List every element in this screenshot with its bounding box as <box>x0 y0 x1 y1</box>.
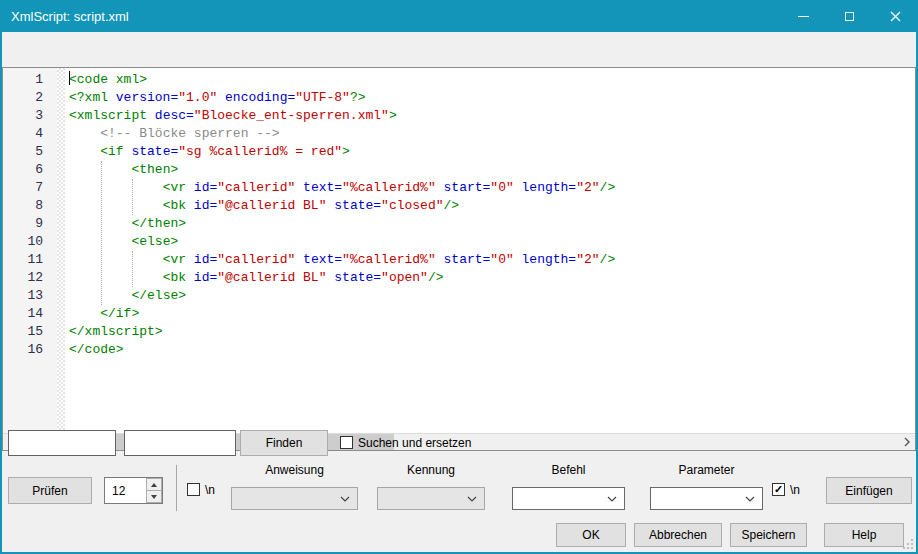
newline-right-label: \n <box>790 483 800 497</box>
combo-befehl[interactable] <box>512 487 625 510</box>
combo-label-parameter: Parameter <box>650 463 763 478</box>
code-line[interactable]: <bk id="@callerid BL" state="open"/> <box>69 269 915 287</box>
combo-label-anweisung: Anweisung <box>231 463 358 478</box>
line-number: 15 <box>3 323 43 341</box>
save-button[interactable]: Speichern <box>730 523 807 547</box>
code-line[interactable]: <xmlscript desc="Bloecke_ent-sperren.xml… <box>69 107 915 125</box>
spinner-up-button[interactable] <box>146 478 162 491</box>
window-title: XmlScript: script.xml <box>0 9 129 24</box>
close-button[interactable] <box>872 0 918 32</box>
separator <box>176 465 177 511</box>
line-number: 7 <box>3 179 43 197</box>
chevron-down-icon <box>607 496 617 502</box>
newline-left-label: \n <box>205 483 215 497</box>
spinner-value[interactable]: 12 <box>112 484 125 498</box>
xmlscript-dialog: XmlScript: script.xml 123456789101112131… <box>0 0 918 554</box>
code-line[interactable]: </then> <box>69 215 915 233</box>
line-number: 5 <box>3 143 43 161</box>
code-line[interactable]: <if state="sg %callerid% = red"> <box>69 143 915 161</box>
line-number: 4 <box>3 125 43 143</box>
cancel-button[interactable]: Abbrechen <box>634 523 722 547</box>
line-number-gutter: 12345678910111213141516 <box>3 68 57 433</box>
close-icon <box>890 11 901 22</box>
chevron-down-icon <box>340 496 350 502</box>
maximize-icon <box>845 12 854 21</box>
line-number: 6 <box>3 161 43 179</box>
code-line[interactable]: </if> <box>69 305 915 323</box>
chevron-down-icon <box>467 496 477 502</box>
newline-right-checkbox[interactable]: ✓ <box>772 483 785 496</box>
code-line[interactable]: <bk id="@callerid BL" state="closed"/> <box>69 197 915 215</box>
code-line[interactable]: <!-- Blöcke sperren --> <box>69 125 915 143</box>
line-number: 12 <box>3 269 43 287</box>
line-number: 13 <box>3 287 43 305</box>
newline-left-checkbox[interactable] <box>187 483 200 496</box>
combo-label-kennung: Kennung <box>377 463 485 478</box>
help-button[interactable]: Help <box>824 523 904 547</box>
scroll-right-button[interactable] <box>898 434 915 450</box>
spinner-down-button[interactable] <box>146 491 162 503</box>
combo-label-befehl: Befehl <box>512 463 625 478</box>
ok-button[interactable]: OK <box>556 523 626 547</box>
code-line[interactable]: <else> <box>69 233 915 251</box>
line-number: 2 <box>3 89 43 107</box>
code-line[interactable]: <vr id="callerid" text="%callerid%" star… <box>69 251 915 269</box>
indent-guide <box>101 161 102 305</box>
arrow-up-icon <box>151 483 157 487</box>
chevron-down-icon <box>745 496 755 502</box>
minimize-button[interactable] <box>780 0 826 32</box>
window-controls <box>780 0 918 32</box>
code-line[interactable]: </xmlscript> <box>69 323 915 341</box>
minimize-icon <box>798 16 809 17</box>
search-replace-checkbox[interactable] <box>340 436 353 449</box>
line-number: 9 <box>3 215 43 233</box>
line-number: 8 <box>3 197 43 215</box>
code-line[interactable]: </code> <box>69 341 915 359</box>
check-button[interactable]: Prüfen <box>8 477 92 504</box>
line-number: 11 <box>3 251 43 269</box>
maximize-button[interactable] <box>826 0 872 32</box>
combo-anweisung[interactable] <box>231 487 358 510</box>
line-number: 10 <box>3 233 43 251</box>
search-input-2[interactable] <box>124 430 236 456</box>
gutter-fold-margin <box>57 68 65 433</box>
dialog-body: 12345678910111213141516 <code xml><?xml … <box>2 32 916 552</box>
combo-kennung[interactable] <box>377 487 485 510</box>
search-input-1[interactable] <box>8 430 116 456</box>
code-line[interactable]: <?xml version="1.0" encoding="UTF-8"?> <box>69 89 915 107</box>
line-number: 3 <box>3 107 43 125</box>
code-line[interactable]: <vr id="callerid" text="%callerid%" star… <box>69 179 915 197</box>
code-area[interactable]: <code xml><?xml version="1.0" encoding="… <box>65 68 915 433</box>
checkmark-icon: ✓ <box>774 484 783 495</box>
resize-grip[interactable] <box>903 539 913 549</box>
line-number: 14 <box>3 305 43 323</box>
indent-guide <box>132 251 133 287</box>
chevron-right-icon <box>904 437 910 447</box>
line-spinner[interactable]: 12 <box>104 477 163 504</box>
code-line[interactable]: </else> <box>69 287 915 305</box>
find-button[interactable]: Finden <box>240 430 328 456</box>
indent-guide <box>132 179 133 215</box>
arrow-down-icon <box>151 495 157 499</box>
line-number: 16 <box>3 341 43 359</box>
insert-button[interactable]: Einfügen <box>826 477 912 504</box>
search-replace-label: Suchen und ersetzen <box>358 436 471 450</box>
xml-editor[interactable]: 12345678910111213141516 <code xml><?xml … <box>2 67 916 451</box>
line-number: 1 <box>3 71 43 89</box>
code-line[interactable]: <then> <box>69 161 915 179</box>
titlebar: XmlScript: script.xml <box>0 0 918 32</box>
combo-parameter[interactable] <box>650 487 763 510</box>
code-line[interactable]: <code xml> <box>69 71 915 89</box>
